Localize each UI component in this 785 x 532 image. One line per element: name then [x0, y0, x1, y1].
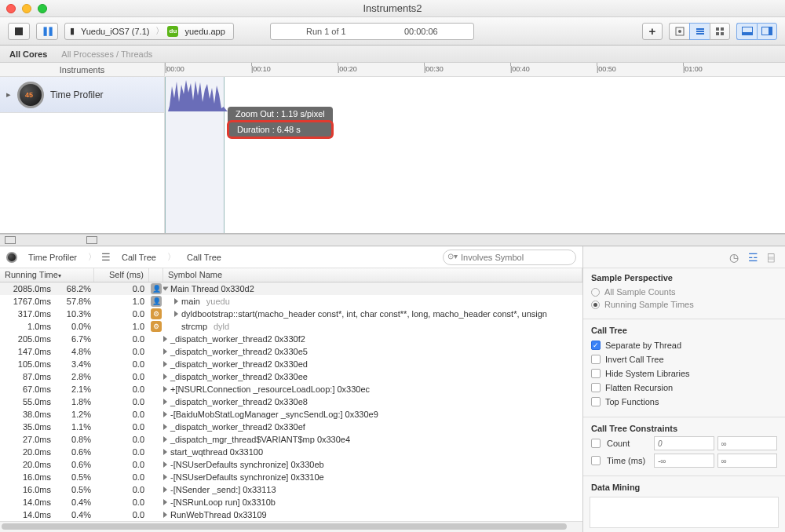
table-row[interactable]: 1.0ms0.0%1.0⚙strcmpdyld — [0, 320, 582, 333]
radio-running-sample-times: Running Sample Times — [591, 298, 777, 311]
filter-all-processes[interactable]: All Processes / Threads — [61, 49, 152, 59]
disclosure-icon[interactable]: ▸ — [6, 89, 11, 100]
view-mode-1[interactable] — [669, 23, 689, 40]
table-row[interactable]: 16.0ms0.5%0.0-[NSender _send:] 0x33113 — [0, 483, 582, 496]
detail-path-bar: Time Profiler 〉 ☰ Call Tree 〉 Call Tree — [0, 246, 582, 268]
horizontal-scrollbar[interactable] — [0, 521, 582, 532]
list-icon: ☰ — [101, 251, 111, 263]
checkbox-icon — [591, 355, 601, 364]
table-row[interactable]: 20.0ms0.6%0.0start_wqthread 0x33100 — [0, 446, 582, 458]
instrument-row[interactable]: ▸ Time Profiler — [0, 77, 164, 113]
svg-rect-6 — [721, 27, 724, 31]
table-row[interactable]: 67.0ms2.1%0.0+[NSURLConnection _resource… — [0, 383, 582, 395]
checkbox-icon — [591, 383, 601, 392]
toolbar: ❚❚ ▮ Yuedu_iOS7 (7.1) 〉 du yuedu.app Run… — [0, 17, 785, 46]
svg-rect-10 — [742, 32, 752, 35]
table-row[interactable]: 205.0ms6.7%0.0_dispatch_worker_thread2 0… — [0, 333, 582, 345]
path-root[interactable]: Time Profiler — [22, 253, 83, 262]
toggle-right-panel[interactable] — [757, 23, 777, 40]
check-flatten-recursion[interactable]: Flatten Recursion — [591, 381, 777, 395]
timeline-tooltip: Zoom Out : 1.19 s/pixel Duration : 6.48 … — [228, 107, 333, 138]
checkbox-icon — [591, 397, 601, 406]
call-tree-panel: Time Profiler 〉 ☰ Call Tree 〉 Call Tree … — [0, 246, 582, 532]
table-row[interactable]: 27.0ms0.8%0.0_dispatch_mgr_thread$VARIAN… — [0, 433, 582, 446]
instruments-column-header: Instruments — [0, 63, 165, 76]
check-hide-system-libraries[interactable]: Hide System Libraries — [591, 366, 777, 381]
table-row[interactable]: 2085.0ms68.2%0.0👤Main Thread 0x330d2 — [0, 282, 582, 295]
activity-graph — [168, 78, 231, 111]
toggle-bottom-panel[interactable] — [736, 23, 757, 40]
detail-area: Time Profiler 〉 ☰ Call Tree 〉 Call Tree … — [0, 246, 785, 532]
time-max-input[interactable] — [717, 454, 778, 468]
table-row[interactable]: 147.0ms4.8%0.0_dispatch_worker_thread2 0… — [0, 345, 582, 358]
device-icon: ▮ — [70, 26, 75, 36]
panel-toggle-group — [736, 23, 777, 40]
inspector-sidebar: ◷ ☲ ⌸ Sample Perspective All Sample Coun… — [582, 246, 785, 532]
column-headers: Running Time▾ Self (ms) Symbol Name — [0, 268, 582, 282]
add-instrument-button[interactable]: + — [642, 23, 663, 40]
table-row[interactable]: 317.0ms10.3%0.0⚙dyldbootstrap::start(mac… — [0, 308, 582, 320]
check-invert-call-tree[interactable]: Invert Call Tree — [591, 352, 777, 366]
constraint-count-check[interactable] — [591, 439, 601, 448]
table-row[interactable]: 14.0ms0.4%0.0-[NSRunLoop run] 0x3310b — [0, 496, 582, 508]
data-mining-header: Data Mining — [583, 478, 785, 494]
track-mini-toolbar — [0, 234, 785, 246]
view-mode-2[interactable] — [689, 23, 710, 40]
filter-all-cores[interactable]: All Cores — [9, 49, 47, 59]
col-running-time[interactable]: Running Time▾ — [0, 268, 94, 282]
app-icon: du — [167, 26, 178, 37]
time-min-input[interactable] — [654, 454, 714, 468]
timeline-graph-area[interactable]: Zoom Out : 1.19 s/pixel Duration : 6.48 … — [165, 77, 785, 233]
checkbox-icon: ✓ — [591, 341, 601, 350]
table-row[interactable]: 20.0ms0.6%0.0-[NSUserDefaults synchroniz… — [0, 458, 582, 471]
timeline-header: Instruments |00:00|00:10|00:20|00:30|00:… — [0, 63, 785, 77]
check-separate-by-thread[interactable]: ✓Separate by Thread — [591, 338, 777, 352]
radio-all-sample-counts: All Sample Counts — [591, 286, 777, 298]
pause-button[interactable]: ❚❚ — [36, 23, 58, 40]
tooltip-zoom-line: Zoom Out : 1.19 s/pixel — [228, 107, 333, 121]
tooltip-duration-line: Duration : 6.48 s — [227, 120, 334, 139]
table-row[interactable]: 1767.0ms57.8%1.0👤mainyuedu — [0, 295, 582, 308]
window-title: Instruments2 — [0, 2, 785, 14]
checkbox-icon — [591, 369, 601, 378]
svg-rect-5 — [716, 27, 719, 31]
target-app: yuedu.app — [181, 27, 228, 36]
instrument-name: Time Profiler — [50, 89, 104, 100]
check-top-functions[interactable]: Top Functions — [591, 395, 777, 409]
view-mode-3[interactable] — [710, 23, 730, 40]
svg-rect-8 — [721, 32, 724, 35]
path-crumb-2[interactable]: Call Tree — [181, 253, 228, 262]
sidebar-tab-extended-icon[interactable]: ⌸ — [768, 251, 774, 264]
path-crumb-1[interactable]: Call Tree — [115, 253, 162, 262]
count-max-input[interactable] — [717, 436, 778, 450]
table-row[interactable]: 35.0ms1.1%0.0_dispatch_worker_thread2 0x… — [0, 421, 582, 433]
time-profiler-icon — [17, 82, 44, 108]
table-row[interactable]: 87.0ms2.8%0.0_dispatch_worker_thread2 0x… — [0, 370, 582, 383]
time-ruler[interactable]: |00:00|00:10|00:20|00:30|00:40|00:50|01:… — [165, 63, 785, 76]
titlebar: Instruments2 — [0, 0, 785, 17]
table-row[interactable]: 16.0ms0.5%0.0-[NSUserDefaults synchroniz… — [0, 471, 582, 483]
call-tree-options-header: Call Tree — [583, 321, 785, 337]
target-selector[interactable]: ▮ Yuedu_iOS7 (7.1) 〉 du yuedu.app — [64, 23, 234, 40]
table-row[interactable]: 105.0ms3.4%0.0_dispatch_worker_thread2 0… — [0, 358, 582, 370]
table-row[interactable]: 55.0ms1.8%0.0_dispatch_worker_thread2 0x… — [0, 395, 582, 408]
record-stop-button[interactable] — [8, 23, 30, 40]
call-tree-rows[interactable]: 2085.0ms68.2%0.0👤Main Thread 0x330d21767… — [0, 282, 582, 521]
constraint-time-check[interactable] — [591, 456, 601, 465]
data-mining-list[interactable] — [590, 497, 779, 528]
symbol-search-input[interactable] — [443, 250, 576, 265]
col-self[interactable]: Self (ms) — [94, 268, 149, 282]
target-device: Yuedu_iOS7 (7.1) — [78, 27, 152, 36]
mini-icon-1[interactable] — [5, 236, 16, 244]
view-mode-group — [669, 23, 730, 40]
sidebar-tab-icons: ◷ ☲ ⌸ — [583, 246, 785, 268]
radio-icon — [591, 288, 600, 297]
table-row[interactable]: 38.0ms1.2%0.0-[BaiduMobStatLogManager _s… — [0, 408, 582, 421]
sidebar-tab-display-icon[interactable]: ☲ — [748, 251, 758, 264]
radio-icon — [591, 301, 600, 309]
sidebar-tab-record-icon[interactable]: ◷ — [729, 251, 739, 264]
col-symbol[interactable]: Symbol Name — [163, 268, 582, 282]
count-min-input[interactable] — [654, 436, 714, 450]
mini-icon-2[interactable] — [86, 236, 97, 244]
table-row[interactable]: 14.0ms0.4%0.0RunWebThread 0x33109 — [0, 508, 582, 521]
